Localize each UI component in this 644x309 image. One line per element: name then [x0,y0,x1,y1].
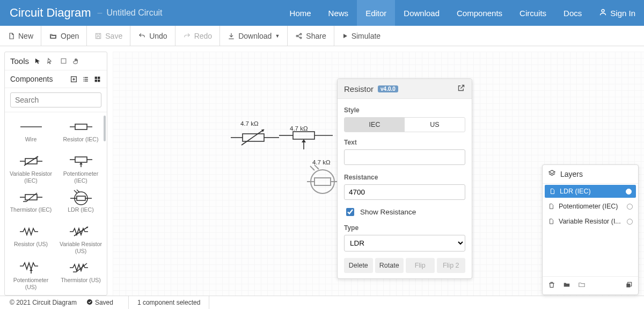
svg-rect-14 [75,124,87,130]
nav-home[interactable]: Home [281,0,320,26]
version-badge: v4.0.0 [378,85,398,92]
layer-item-variable-resistor[interactable]: Variable Resistor (I... [543,214,638,229]
user-icon [599,8,607,18]
svg-rect-9 [98,76,100,78]
svg-rect-10 [94,80,97,82]
palette-wire[interactable]: Wire [6,116,56,150]
brand: Circuit Diagram [10,6,91,20]
nav-signin[interactable]: Sign In [590,0,644,26]
download-button[interactable]: Download ▼ [220,26,288,46]
pan-tool-icon[interactable] [72,57,80,66]
nav-news[interactable]: News [320,0,357,26]
component-label: 4.7 kΩ [312,159,331,166]
palette-variable-resistor-iec[interactable]: Variable Resistor (IEC) [6,150,56,186]
trash-icon[interactable] [548,281,555,290]
layer-item-potentiometer[interactable]: Potentiometer (IEC) [543,199,638,214]
nav-circuits[interactable]: Circuits [511,0,555,26]
components-title: Components [10,75,69,83]
grid-view-icon[interactable] [93,75,101,83]
palette-item[interactable] [56,293,106,295]
svg-rect-28 [77,196,85,200]
svg-rect-47 [626,284,630,288]
svg-rect-40 [293,132,314,139]
palette-variable-resistor-us[interactable]: Variable Resistor (US) [56,220,106,256]
style-label: Style [344,106,465,114]
svg-rect-6 [61,59,66,63]
rotate-button[interactable]: Rotate [375,258,404,273]
palette-item[interactable] [6,293,56,295]
palette-resistor-us[interactable]: Resistor (US) [6,220,56,256]
palette-ldr-iec[interactable]: LDR (IEC) [56,186,106,220]
delete-button[interactable]: Delete [344,258,373,273]
properties-title: Resistor [344,84,374,94]
svg-rect-8 [94,76,97,78]
save-button[interactable]: Save [87,26,130,46]
component-label: 4.7 kΩ [240,120,259,127]
rect-tool-icon[interactable] [59,57,68,66]
nav-download[interactable]: Download [395,0,448,26]
tools-title: Tools [10,56,29,66]
show-resistance-label: Show Resistance [360,208,416,216]
pointer-tool-icon[interactable] [33,57,42,66]
svg-rect-11 [98,80,100,82]
top-nav: Circuit Diagram –Untitled Circuit Home N… [0,0,644,26]
resistance-input[interactable] [344,184,465,200]
flip2-button[interactable]: Flip 2 [437,258,466,273]
type-label: Type [344,224,465,232]
duplicate-icon[interactable] [625,281,633,290]
toolbar: New Open Save Undo Redo Download ▼ Share… [0,26,644,46]
text-label: Text [344,139,465,146]
nav-components[interactable]: Components [448,0,511,26]
undo-button[interactable]: Undo [130,26,175,46]
status-bar: © 2021 Circuit Diagram Saved 1 component… [0,296,644,309]
doc-title: –Untitled Circuit [98,8,163,18]
folder-outline-icon[interactable] [578,281,586,290]
layer-item-ldr[interactable]: LDR (IEC) [545,185,636,198]
open-button[interactable]: Open [41,26,87,46]
folder-icon[interactable] [563,281,570,290]
redo-button[interactable]: Redo [175,26,220,46]
style-iec[interactable]: IEC [345,118,405,132]
popout-icon[interactable] [457,84,465,94]
component-palette: Wire Resistor (IEC) Variable Resistor (I… [5,112,107,295]
style-toggle[interactable]: IEC US [344,117,465,132]
style-us[interactable]: US [405,118,465,132]
type-select[interactable]: LDR [344,235,465,251]
add-view-icon[interactable] [69,75,78,83]
svg-rect-2 [97,36,100,38]
pen-tool-icon[interactable] [46,57,55,66]
palette-resistor-iec[interactable]: Resistor (IEC) [56,116,106,150]
svg-point-0 [602,10,604,12]
svg-point-49 [87,299,92,305]
new-button[interactable]: New [0,26,41,46]
layers-panel: Layers LDR (IEC) Potentiometer (IEC) Var… [542,164,639,295]
svg-line-38 [241,130,264,145]
palette-potentiometer-iec[interactable]: Potentiometer (IEC) [56,150,106,186]
text-input[interactable] [344,149,465,165]
svg-rect-44 [314,178,331,185]
caret-down-icon: ▼ [275,33,280,39]
copyright: © 2021 Circuit Diagram [10,299,77,306]
svg-rect-36 [243,134,264,141]
saved-label: Saved [95,299,113,306]
svg-rect-21 [75,157,87,162]
resistance-label: Resistance [344,174,465,181]
search-input[interactable] [10,92,101,107]
component-ldr[interactable] [305,164,340,196]
show-resistance-checkbox[interactable] [346,208,354,216]
palette-potentiometer-us[interactable]: Potentiometer (US) [6,256,56,292]
palette-thermistor-iec[interactable]: Thermistor (IEC) [6,186,56,220]
scrollbar[interactable] [104,116,106,141]
layers-title: Layers [560,170,583,178]
list-view-icon[interactable] [81,75,90,83]
flip-button[interactable]: Flip [406,258,435,273]
nav-editor[interactable]: Editor [357,0,395,26]
share-button[interactable]: Share [288,26,334,46]
layers-icon [548,169,556,179]
simulate-button[interactable]: Simulate [334,26,388,46]
component-variable-resistor[interactable] [231,127,279,150]
palette-thermistor-us[interactable]: Thermistor (US) [56,256,106,292]
selection-status: 1 component selected [129,296,209,309]
left-panel: Tools Components Wire [4,52,107,296]
nav-docs[interactable]: Docs [555,0,590,26]
